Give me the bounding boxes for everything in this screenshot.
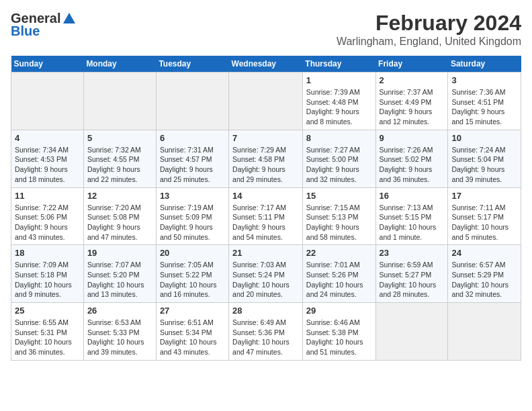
calendar-cell: 8Sunrise: 7:27 AM Sunset: 5:00 PM Daylig… [302,130,375,187]
calendar-cell: 17Sunrise: 7:11 AM Sunset: 5:17 PM Dayli… [448,187,521,245]
day-number: 10 [451,133,517,143]
day-detail: Sunrise: 7:07 AM Sunset: 5:20 PM Dayligh… [87,260,152,300]
calendar-cell [448,303,521,361]
day-detail: Sunrise: 7:11 AM Sunset: 5:17 PM Dayligh… [451,203,517,242]
day-number: 12 [87,191,152,201]
day-number: 26 [87,306,152,316]
day-number: 2 [380,75,445,85]
day-number: 19 [87,248,152,258]
day-detail: Sunrise: 6:59 AM Sunset: 5:27 PM Dayligh… [380,260,445,300]
calendar-cell: 9Sunrise: 7:26 AM Sunset: 5:02 PM Daylig… [375,130,448,187]
col-wednesday: Wednesday [229,56,303,73]
col-saturday: Saturday [448,56,521,73]
day-number: 6 [160,133,225,143]
col-thursday: Thursday [302,56,375,73]
calendar-table: Sunday Monday Tuesday Wednesday Thursday… [11,56,521,361]
page-header: General Blue February 2024 Warlingham, E… [11,11,521,48]
day-detail: Sunrise: 7:09 AM Sunset: 5:18 PM Dayligh… [15,260,80,300]
day-detail: Sunrise: 7:24 AM Sunset: 5:04 PM Dayligh… [451,145,517,185]
day-number: 23 [380,248,445,258]
calendar-cell: 18Sunrise: 7:09 AM Sunset: 5:18 PM Dayli… [11,245,84,303]
calendar-cell: 23Sunrise: 6:59 AM Sunset: 5:27 PM Dayli… [375,245,448,303]
day-detail: Sunrise: 7:20 AM Sunset: 5:08 PM Dayligh… [87,203,152,242]
calendar-cell: 15Sunrise: 7:15 AM Sunset: 5:13 PM Dayli… [302,187,375,245]
calendar-cell: 19Sunrise: 7:07 AM Sunset: 5:20 PM Dayli… [83,245,156,303]
day-detail: Sunrise: 7:13 AM Sunset: 5:15 PM Dayligh… [380,203,445,242]
calendar-cell: 13Sunrise: 7:19 AM Sunset: 5:09 PM Dayli… [156,187,228,245]
calendar-week-row: 1Sunrise: 7:39 AM Sunset: 4:48 PM Daylig… [11,73,521,130]
day-detail: Sunrise: 6:53 AM Sunset: 5:33 PM Dayligh… [87,318,152,357]
calendar-cell [156,73,228,130]
day-detail: Sunrise: 7:31 AM Sunset: 4:57 PM Dayligh… [160,145,225,185]
day-detail: Sunrise: 7:26 AM Sunset: 5:02 PM Dayligh… [380,145,445,185]
day-number: 13 [160,191,225,201]
day-number: 21 [232,248,299,258]
day-number: 3 [451,75,517,85]
calendar-cell [83,73,156,130]
calendar-cell: 25Sunrise: 6:55 AM Sunset: 5:31 PM Dayli… [11,303,84,361]
day-number: 5 [87,133,152,143]
calendar-cell: 28Sunrise: 6:49 AM Sunset: 5:36 PM Dayli… [229,303,303,361]
day-detail: Sunrise: 7:03 AM Sunset: 5:24 PM Dayligh… [232,260,299,300]
day-number: 18 [15,248,80,258]
day-number: 22 [306,248,372,258]
calendar-week-row: 18Sunrise: 7:09 AM Sunset: 5:18 PM Dayli… [11,245,521,303]
day-detail: Sunrise: 6:46 AM Sunset: 5:38 PM Dayligh… [306,318,372,357]
col-friday: Friday [375,56,448,73]
day-number: 29 [306,306,372,316]
logo: General Blue [11,11,77,39]
calendar-cell: 12Sunrise: 7:20 AM Sunset: 5:08 PM Dayli… [83,187,156,245]
logo-blue-text: Blue [11,24,40,39]
day-number: 11 [15,191,80,201]
logo-icon [62,11,77,26]
calendar-cell: 6Sunrise: 7:31 AM Sunset: 4:57 PM Daylig… [156,130,228,187]
col-sunday: Sunday [11,56,84,73]
day-detail: Sunrise: 7:22 AM Sunset: 5:06 PM Dayligh… [15,203,80,242]
calendar-cell [229,73,303,130]
calendar-cell: 24Sunrise: 6:57 AM Sunset: 5:29 PM Dayli… [448,245,521,303]
day-number: 1 [306,75,372,85]
calendar-cell: 1Sunrise: 7:39 AM Sunset: 4:48 PM Daylig… [302,73,375,130]
day-detail: Sunrise: 7:34 AM Sunset: 4:53 PM Dayligh… [15,145,80,185]
calendar-cell: 29Sunrise: 6:46 AM Sunset: 5:38 PM Dayli… [302,303,375,361]
calendar-cell: 5Sunrise: 7:32 AM Sunset: 4:55 PM Daylig… [83,130,156,187]
calendar-cell: 16Sunrise: 7:13 AM Sunset: 5:15 PM Dayli… [375,187,448,245]
day-number: 20 [160,248,225,258]
calendar-cell [375,303,448,361]
day-detail: Sunrise: 7:39 AM Sunset: 4:48 PM Dayligh… [306,87,372,127]
day-number: 25 [15,306,80,316]
col-tuesday: Tuesday [156,56,228,73]
day-detail: Sunrise: 7:27 AM Sunset: 5:00 PM Dayligh… [306,145,372,185]
day-number: 15 [306,191,372,201]
calendar-cell: 22Sunrise: 7:01 AM Sunset: 5:26 PM Dayli… [302,245,375,303]
day-detail: Sunrise: 7:01 AM Sunset: 5:26 PM Dayligh… [306,260,372,300]
day-number: 24 [451,248,517,258]
day-detail: Sunrise: 7:32 AM Sunset: 4:55 PM Dayligh… [87,145,152,185]
calendar-week-row: 11Sunrise: 7:22 AM Sunset: 5:06 PM Dayli… [11,187,521,245]
day-number: 7 [232,133,299,143]
calendar-title: February 2024 [337,11,521,36]
day-detail: Sunrise: 7:05 AM Sunset: 5:22 PM Dayligh… [160,260,225,300]
calendar-week-row: 25Sunrise: 6:55 AM Sunset: 5:31 PM Dayli… [11,303,521,361]
day-number: 16 [380,191,445,201]
calendar-subtitle: Warlingham, England, United Kingdom [337,36,521,48]
day-number: 27 [160,306,225,316]
calendar-cell: 10Sunrise: 7:24 AM Sunset: 5:04 PM Dayli… [448,130,521,187]
day-detail: Sunrise: 7:37 AM Sunset: 4:49 PM Dayligh… [380,87,445,127]
day-detail: Sunrise: 6:49 AM Sunset: 5:36 PM Dayligh… [232,318,299,357]
day-detail: Sunrise: 7:29 AM Sunset: 4:58 PM Dayligh… [232,145,299,185]
day-detail: Sunrise: 7:19 AM Sunset: 5:09 PM Dayligh… [160,203,225,242]
col-monday: Monday [83,56,156,73]
calendar-cell: 3Sunrise: 7:36 AM Sunset: 4:51 PM Daylig… [448,73,521,130]
day-detail: Sunrise: 7:36 AM Sunset: 4:51 PM Dayligh… [451,87,517,127]
day-detail: Sunrise: 7:17 AM Sunset: 5:11 PM Dayligh… [232,203,299,242]
day-detail: Sunrise: 7:15 AM Sunset: 5:13 PM Dayligh… [306,203,372,242]
calendar-cell [11,73,84,130]
calendar-cell: 26Sunrise: 6:53 AM Sunset: 5:33 PM Dayli… [83,303,156,361]
title-block: February 2024 Warlingham, England, Unite… [337,11,521,48]
svg-marker-0 [63,13,75,24]
calendar-cell: 21Sunrise: 7:03 AM Sunset: 5:24 PM Dayli… [229,245,303,303]
day-number: 9 [380,133,445,143]
calendar-cell: 27Sunrise: 6:51 AM Sunset: 5:34 PM Dayli… [156,303,228,361]
header-row: Sunday Monday Tuesday Wednesday Thursday… [11,56,521,73]
